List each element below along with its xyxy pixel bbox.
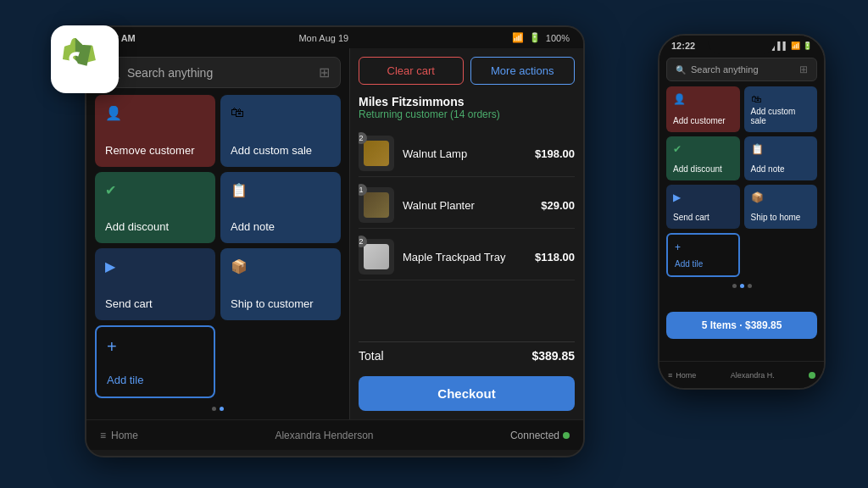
phone-battery-icon: 🔋 (803, 42, 812, 50)
battery-icon: 🔋 (529, 32, 541, 43)
phone-add-discount-label: Add discount (673, 164, 733, 174)
phone-tile-add-note[interactable]: 📋 Add note (744, 136, 818, 180)
phone-tile-add-discount[interactable]: ✔ Add discount (666, 136, 740, 180)
phone-body: 🔍 Search anything ⊞ 👤 Add customer 🛍 Add… (659, 53, 824, 344)
tablet-left-panel: 🔍 Search anything ⊞ 👤 Remove customer 🛍 … (86, 48, 349, 419)
add-note-icon: 📋 (231, 182, 331, 198)
walnut-planter-img (364, 192, 389, 218)
phone-dot-3 (748, 284, 752, 288)
customer-info: Miles Fitzsimmons Returning customer (14… (359, 92, 575, 124)
remove-customer-icon: 👤 (105, 105, 205, 121)
tablet-tile-grid: 👤 Remove customer 🛍 Add custom sale ✔ Ad… (95, 95, 341, 398)
send-cart-label: Send cart (105, 297, 205, 310)
customer-status: Returning customer (14 orders) (359, 108, 575, 120)
item-thumbnail: 2 (359, 136, 394, 171)
phone-tile-grid: 👤 Add customer 🛍 Add custom sale ✔ Add d… (666, 86, 817, 277)
tablet-home-nav[interactable]: ≡ Home (100, 430, 138, 441)
item-name: Maple Trackpad Tray (403, 251, 526, 263)
phone-send-cart-label: Send cart (673, 213, 733, 222)
cart-item-walnut-lamp[interactable]: 2 Walnut Lamp $198.00 (359, 130, 575, 177)
phone-bottom-bar: ≡ Home Alexandra H. (659, 361, 824, 388)
more-actions-button[interactable]: More actions (470, 57, 576, 85)
item-name: Walnut Lamp (403, 147, 526, 160)
connected-label: Connected (510, 430, 559, 441)
phone-page-dots (666, 284, 817, 288)
tablet-search-bar[interactable]: 🔍 Search anything ⊞ (95, 57, 341, 88)
barcode-icon: ⊞ (319, 64, 330, 80)
phone-remove-icon: 👤 (673, 93, 733, 105)
phone-discount-icon: ✔ (673, 143, 733, 155)
add-discount-label: Add discount (105, 220, 205, 233)
phone-tile-add-tile[interactable]: + Add tile (666, 233, 740, 277)
tile-add-tile[interactable]: + Add tile (95, 325, 215, 399)
phone-add-note-label: Add note (751, 164, 811, 174)
phone-connected-dot (809, 372, 815, 379)
item-details: Maple Trackpad Tray (403, 251, 526, 263)
tile-add-custom-sale[interactable]: 🛍 Add custom sale (220, 95, 341, 167)
phone-user-label: Alexandra H. (731, 371, 775, 380)
maple-tray-img (364, 244, 389, 269)
phone-tile-ship-to-home[interactable]: 📦 Ship to home (744, 185, 818, 229)
tablet-user-label: Alexandra Henderson (275, 430, 373, 441)
total-amount: $389.85 (531, 349, 575, 363)
add-discount-icon: ✔ (105, 182, 205, 198)
cart-action-buttons: Clear cart More actions (359, 57, 575, 85)
phone-dot-2 (740, 284, 744, 288)
page-dots (95, 407, 341, 411)
hamburger-icon: ≡ (100, 430, 106, 441)
phone-cart-icon: ▶ (673, 191, 733, 203)
item-price: $198.00 (535, 147, 575, 160)
ship-to-customer-label: Ship to customer (231, 297, 331, 310)
tablet-status-bar: 9:48 AM Mon Aug 19 📶 🔋 100% (86, 27, 583, 48)
cart-items-list: 2 Walnut Lamp $198.00 1 Walnut Planter (359, 130, 575, 335)
tile-add-note[interactable]: 📋 Add note (220, 172, 341, 244)
item-name: Walnut Planter (403, 199, 532, 212)
customer-name: Miles Fitzsimmons (359, 95, 575, 108)
tablet-search-placeholder: Search anything (127, 66, 213, 80)
checkout-button[interactable]: Checkout (359, 376, 575, 411)
phone-device: 12:22 ▌▌▌ 📶 🔋 🔍 Search anything ⊞ 👤 Add … (658, 34, 826, 390)
dot-1 (212, 407, 216, 411)
phone-notch (708, 36, 776, 54)
add-tile-icon: + (107, 337, 203, 357)
phone-add-tile-label: Add tile (675, 259, 732, 269)
item-price: $29.00 (541, 199, 575, 212)
phone-tile-add-customer[interactable]: 👤 Add customer (666, 86, 740, 132)
wifi-icon: 📶 (512, 32, 524, 43)
item-thumbnail: 1 (359, 187, 394, 223)
phone-search-placeholder: Search anything (691, 64, 759, 75)
phone-tile-send-cart[interactable]: ▶ Send cart (666, 185, 740, 229)
cart-item-walnut-planter[interactable]: 1 Walnut Planter $29.00 (359, 182, 575, 229)
tablet-device: 9:48 AM Mon Aug 19 📶 🔋 100% 🔍 Search any… (85, 25, 585, 458)
phone-add-custom-label: Add custom sale (751, 107, 811, 125)
tile-remove-customer[interactable]: 👤 Remove customer (95, 95, 215, 167)
phone-search-bar[interactable]: 🔍 Search anything ⊞ (666, 58, 817, 81)
phone-note-icon: 📋 (751, 143, 811, 155)
phone-add-icon: + (675, 241, 732, 253)
phone-ship-home-label: Ship to home (751, 213, 811, 222)
tile-send-cart[interactable]: ▶ Send cart (95, 248, 215, 320)
tile-ship-to-customer[interactable]: 📦 Ship to customer (220, 248, 341, 320)
tablet-right-panel: Clear cart More actions Miles Fitzsimmon… (349, 48, 583, 419)
phone-add-customer-label: Add customer (673, 116, 733, 125)
phone-search-icon: 🔍 (676, 65, 686, 75)
add-custom-sale-label: Add custom sale (231, 144, 331, 157)
phone-hamburger-icon: ≡ (668, 371, 672, 380)
phone-wifi-icon: 📶 (791, 42, 800, 50)
connection-status: Connected (510, 430, 570, 441)
phone-checkout-button[interactable]: 5 Items · $389.85 (666, 312, 817, 339)
item-price: $118.00 (535, 251, 575, 263)
tablet-bottom-bar: ≡ Home Alexandra Henderson Connected (86, 419, 583, 450)
cart-total: Total $389.85 (359, 341, 575, 369)
clear-cart-button[interactable]: Clear cart (359, 57, 464, 85)
dot-2 (220, 407, 224, 411)
add-custom-sale-icon: 🛍 (231, 105, 331, 120)
phone-tile-add-custom-sale[interactable]: 🛍 Add custom sale (744, 86, 818, 132)
phone-home-nav[interactable]: ≡ Home (668, 371, 696, 380)
ship-icon: 📦 (231, 258, 331, 274)
cart-item-maple-tray[interactable]: 2 Maple Trackpad Tray $118.00 (359, 234, 575, 280)
connected-dot (563, 432, 570, 439)
walnut-lamp-img (364, 141, 389, 166)
shopify-logo (51, 25, 119, 93)
tile-add-discount[interactable]: ✔ Add discount (95, 172, 215, 244)
